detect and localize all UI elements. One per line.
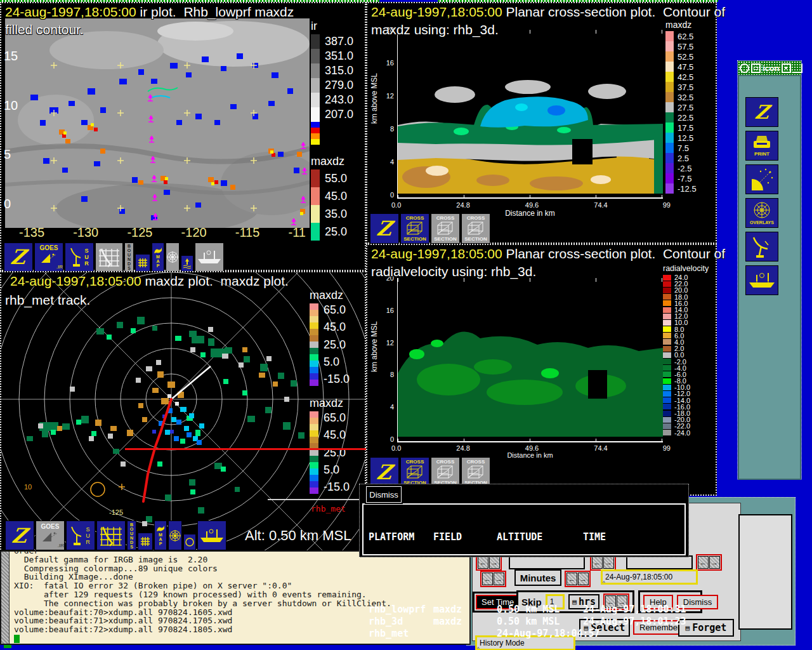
arrow-left-button[interactable]: ← [698,556,709,569]
forget-menu-button[interactable]: ▤Forget [678,619,734,637]
y-tick-label: 12 [381,92,394,100]
goes-ir-button[interactable]: GOES .IR [36,521,65,550]
y-tick-label: 4 [381,403,394,411]
y-tick-label: 15 [4,49,18,63]
cross-section-button-2[interactable]: CROSS SECTION [431,457,460,488]
range-rings-button[interactable] [166,242,180,272]
overlay-rings-icon [751,201,773,220]
radar-antenna-icon [70,525,83,547]
bounds-label-strip[interactable]: BOUNDS [127,521,136,550]
ir-toolbar: Z GOES .IR SUR BOUNDS MAP [4,242,224,272]
zebra-logo-button[interactable]: Z [370,457,399,488]
cube-icon [436,465,455,480]
colorbar-swatch [310,437,318,443]
xsec-maxdz-colorbar: maxdz 62.557.552.547.542.537.532.527.522… [665,20,716,194]
window-iconify-icon[interactable] [751,63,761,73]
cross-section-baseline [171,366,211,399]
small-grid-button[interactable] [138,533,153,550]
xsec-vel-title: 24-aug-1997,18:05:00 Planar cross-sectio… [371,246,725,262]
window-resize-icon[interactable] [793,63,802,73]
colorbar-entry: 62.5 [665,31,716,41]
colorbar-swatch [310,449,318,456]
y-axis-label: km above MSL [370,321,379,372]
cross-section-button-2[interactable]: CROSS SECTION [431,213,460,244]
cross-section-button-1[interactable]: CROSS SECTION [400,457,429,488]
radar-window-title: 24-aug-1997,18:05:00 maxdz plot. maxdz p… [10,274,289,289]
print-button[interactable]: PRINT [745,131,778,161]
ship-button[interactable] [195,242,224,272]
dismiss-button[interactable]: Dismiss [366,486,402,503]
grid-radar-icon [98,245,121,269]
ir-plot-window: 24-aug-1997,18:05:00 ir plot. Rhb_lowprf… [0,2,366,271]
zebra-logo-button[interactable]: Z [4,242,33,272]
zebra-z-icon: Z [376,461,393,483]
overlays-button[interactable]: OVERLAYS [745,198,778,228]
colorbar-entry: 279.0 [311,78,365,93]
zebra-logo-button[interactable]: Z [5,521,34,550]
colorbar-swatch [310,380,318,386]
xsec-maxdz-xticks: 0.024.849.674.499 [391,201,671,209]
window-menu-icon[interactable] [740,63,749,73]
colorbar-entry: -2.5 [665,163,716,173]
colorbar-tick: -15.0 [324,481,350,494]
map-button[interactable]: MAP [152,242,164,272]
goes-ir-button[interactable]: GOES .IR [34,242,63,272]
separator-line [268,499,366,500]
range-rings-button[interactable] [168,521,182,550]
satellite-image[interactable] [5,18,310,228]
arrow-right-button[interactable]: → [709,556,720,569]
zebra-z-icon: Z [10,246,27,268]
window-focus-icon[interactable] [782,63,791,73]
cross-section-button-3[interactable]: CROSS SECTION [461,213,490,244]
radar-antenna-icon [751,235,773,259]
xsec-vel-title2: radialvelocity using: rhb_3d. [371,264,536,279]
colorbar-entry: 351.0 [311,49,365,63]
satellite-dish-icon [40,251,58,264]
cross-section-button-3[interactable]: CROSS SECTION [461,457,490,488]
x-tick-label: -11 [289,225,306,240]
colorbar-entry: -24.0 [663,430,716,436]
zebra-logo-button[interactable]: Z [745,97,778,127]
bounds-grid-button[interactable] [96,521,126,550]
colorbar-swatch [310,373,318,380]
ship-icon [199,527,225,544]
colorbar-swatch [311,133,365,139]
small-grid-button[interactable] [135,254,150,272]
map-icon [154,247,162,255]
terminal-scrollbar[interactable] [1,552,10,644]
x-tick-label: 49.6 [525,201,539,209]
y-tick-label: 12 [381,339,394,347]
terminal-cursor [14,635,20,643]
xsec-maxdz-plot[interactable] [397,30,663,199]
ir-x-axis: -135-130-125-120-115-11 [19,225,306,240]
ship-icon [748,271,776,290]
bounds-grid-button[interactable] [95,242,123,272]
radar-button[interactable] [745,232,778,262]
colorbar-tick: 45.0 [324,428,350,442]
zebra-logo-button[interactable]: Z [370,213,399,244]
x-tick-label: -115 [235,225,260,240]
surveillance-button[interactable]: SUR [66,521,95,550]
platform-table-window: PLATFORMFIELDALTITUDETIME rhb_lowprfmaxd… [359,484,689,557]
satellite-button[interactable] [745,164,778,194]
bounds-label-strip[interactable]: BOUNDS [124,242,134,272]
y-tick-label: 0 [381,191,394,199]
surveillance-button[interactable]: SUR [65,242,94,272]
menu-icon: ▤ [686,624,690,632]
x-tick-label: 24.8 [456,201,469,209]
range-rings-icon [166,251,179,263]
icon-window-titlebar[interactable]: icon [738,61,801,75]
xsec-vel-plot[interactable] [397,278,663,442]
terminal-output: order Default gamma for IRGB image is 2.… [14,550,391,643]
icon-window: icon Z PRINT OVERLAYS [737,60,802,479]
buoy-button[interactable] [181,255,193,272]
map-button[interactable]: MAP [154,521,167,550]
step-buttons[interactable]: ←→ [696,554,722,571]
cross-section-button-1[interactable]: CROSS SECTION [400,213,429,244]
circle-overlay-button[interactable] [183,534,196,550]
reflectivity-cells-gray [38,327,289,526]
ship-button[interactable] [745,265,778,295]
ship-button[interactable] [197,521,226,550]
colorbar-swatch [310,367,318,373]
colorbar-entry: 52.5 [665,51,716,62]
